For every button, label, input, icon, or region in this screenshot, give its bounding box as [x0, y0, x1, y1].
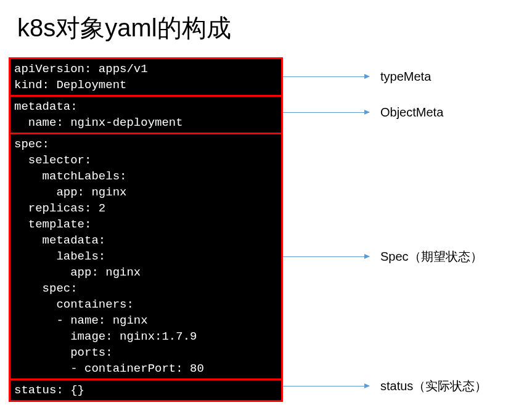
arrow-line-icon: [283, 386, 369, 386]
arrow-line-icon: [283, 256, 369, 257]
arrow-head-icon: [364, 110, 370, 115]
arrow-line-icon: [283, 76, 369, 77]
spec-block: spec: selector: matchLabels: app: nginx …: [9, 134, 283, 380]
objectmeta-label-row: ObjectMeta: [283, 105, 443, 120]
arrow-line-icon: [283, 112, 369, 113]
diagram-container: apiVersion: apps/v1 kind: Deployment met…: [0, 57, 532, 402]
arrow-head-icon: [364, 74, 370, 79]
spec-label: Spec（期望状态）: [380, 248, 483, 265]
objectmeta-block: metadata: name: nginx-deployment: [9, 97, 283, 134]
typemeta-block: apiVersion: apps/v1 kind: Deployment: [9, 57, 283, 97]
status-label-row: status（实际状态）: [283, 378, 487, 395]
arrow-head-icon: [364, 254, 370, 259]
objectmeta-label: ObjectMeta: [380, 105, 443, 120]
status-block: status: {}: [9, 380, 283, 402]
status-label: status（实际状态）: [380, 378, 487, 395]
page-title: k8s对象yaml的构成: [0, 0, 532, 57]
typemeta-label-row: typeMeta: [283, 70, 431, 84]
spec-label-row: Spec（期望状态）: [283, 248, 483, 265]
typemeta-label: typeMeta: [380, 70, 431, 84]
yaml-column: apiVersion: apps/v1 kind: Deployment met…: [9, 57, 283, 402]
arrow-head-icon: [364, 383, 370, 388]
